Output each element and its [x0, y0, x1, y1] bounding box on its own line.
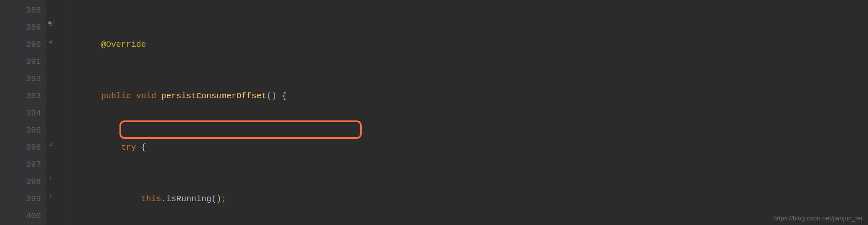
keyword-try: try — [121, 143, 136, 152]
line-number[interactable]: 394 — [0, 105, 41, 122]
fold-end-icon[interactable]: ⊥ — [48, 192, 52, 199]
code-line: this.isRunning(); — [71, 190, 868, 207]
line-number[interactable]: 397 — [0, 156, 41, 173]
keyword-public: public — [101, 91, 131, 101]
watermark-text: https://blog.csdn.net/jianjun_fei — [773, 215, 862, 222]
line-number[interactable]: 391 — [0, 53, 41, 70]
line-number[interactable]: 389 — [0, 19, 41, 36]
method-name: persistConsumerOffset — [161, 91, 266, 101]
keyword-void: void — [136, 91, 156, 101]
code-area[interactable]: @Override public void persistConsumerOff… — [71, 0, 868, 225]
line-number[interactable]: 393 — [0, 87, 41, 105]
line-number[interactable]: 398 — [0, 173, 41, 190]
override-arrow-icon: ↑ — [52, 19, 55, 26]
line-number[interactable]: 400 — [0, 207, 41, 225]
line-number-gutter: 388 389 390 391 392 393 394 395 396 397 … — [0, 0, 46, 225]
fold-toggle-icon[interactable]: ⊟ — [48, 141, 52, 148]
code-line: public void persistConsumerOffset() { — [71, 87, 868, 105]
keyword-this: this — [141, 194, 161, 204]
gutter-marker-column: ●↑ ⊟ ⊟ ⊟ ⊥ ⊥ — [46, 0, 71, 225]
fold-end-icon[interactable]: ⊥ — [48, 175, 52, 182]
method-call: isRunning — [166, 194, 211, 204]
line-number[interactable]: 396 — [0, 139, 41, 156]
fold-toggle-icon[interactable]: ⊟ — [48, 38, 52, 45]
annotation: @Override — [101, 40, 146, 49]
code-line: try { — [71, 139, 868, 156]
annotation-highlight-box — [119, 120, 362, 139]
code-line: @Override — [71, 36, 868, 53]
fold-toggle-icon[interactable]: ⊟ — [48, 20, 52, 28]
code-editor: 388 389 390 391 392 393 394 395 396 397 … — [0, 0, 868, 225]
line-number[interactable]: 392 — [0, 70, 41, 87]
brace: { — [282, 91, 287, 101]
line-number[interactable]: 388 — [0, 2, 41, 19]
line-number[interactable]: 390 — [0, 36, 41, 53]
line-number[interactable]: 395 — [0, 122, 41, 139]
line-number[interactable]: 399 — [0, 190, 41, 207]
brace: { — [141, 143, 146, 152]
